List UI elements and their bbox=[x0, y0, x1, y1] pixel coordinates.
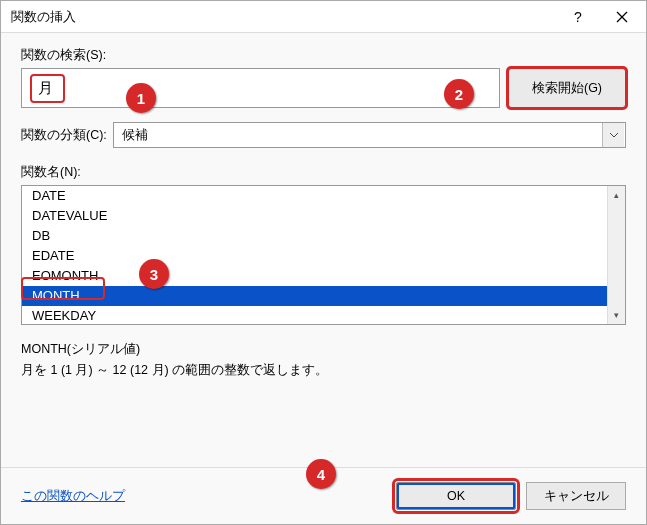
ok-button[interactable]: OK bbox=[396, 482, 516, 510]
list-item[interactable]: DATE bbox=[22, 186, 625, 206]
insert-function-dialog: 関数の挿入 ? 関数の検索(S): 月 検索開始(G) 関数の分類(C): 候補 bbox=[0, 0, 647, 525]
function-description: MONTH(シリアル値) 月を 1 (1 月) ～ 12 (12 月) の範囲の… bbox=[21, 339, 626, 382]
close-icon bbox=[616, 11, 628, 23]
titlebar: 関数の挿入 ? bbox=[1, 1, 646, 33]
list-item[interactable]: DATEVALUE bbox=[22, 206, 625, 226]
list-item[interactable]: EOMONTH bbox=[22, 266, 625, 286]
list-item[interactable]: DB bbox=[22, 226, 625, 246]
chevron-down-icon bbox=[602, 123, 624, 147]
search-start-button[interactable]: 検索開始(G) bbox=[508, 68, 626, 108]
list-item[interactable]: EDATE bbox=[22, 246, 625, 266]
close-button[interactable] bbox=[600, 2, 644, 32]
function-signature: MONTH(シリアル値) bbox=[21, 339, 626, 360]
search-label: 関数の検索(S): bbox=[21, 47, 626, 64]
funclist-label: 関数名(N): bbox=[21, 164, 626, 181]
search-value: 月 bbox=[30, 74, 65, 103]
cancel-button[interactable]: キャンセル bbox=[526, 482, 626, 510]
annotation-badge-1: 1 bbox=[126, 83, 156, 113]
category-value: 候補 bbox=[114, 127, 156, 144]
annotation-badge-2: 2 bbox=[444, 79, 474, 109]
scrollbar[interactable]: ▴ ▾ bbox=[607, 186, 625, 324]
list-item[interactable]: MONTH bbox=[22, 286, 625, 306]
search-input[interactable]: 月 bbox=[21, 68, 500, 108]
scroll-up-icon: ▴ bbox=[608, 186, 625, 204]
category-label: 関数の分類(C): bbox=[21, 127, 107, 144]
annotation-badge-4: 4 bbox=[306, 459, 336, 489]
annotation-badge-3: 3 bbox=[139, 259, 169, 289]
category-select[interactable]: 候補 bbox=[113, 122, 626, 148]
help-button[interactable]: ? bbox=[556, 2, 600, 32]
search-start-label: 検索開始(G) bbox=[532, 81, 602, 95]
scroll-down-icon: ▾ bbox=[608, 306, 625, 324]
dialog-body: 関数の検索(S): 月 検索開始(G) 関数の分類(C): 候補 関数名(N):… bbox=[1, 33, 646, 467]
dialog-title: 関数の挿入 bbox=[11, 8, 556, 26]
function-help-text: 月を 1 (1 月) ～ 12 (12 月) の範囲の整数で返します。 bbox=[21, 360, 626, 381]
help-link[interactable]: この関数のヘルプ bbox=[21, 488, 386, 505]
list-item[interactable]: WEEKDAY bbox=[22, 306, 625, 325]
function-listbox[interactable]: DATEDATEVALUEDBEDATEEOMONTHMONTHWEEKDAY … bbox=[21, 185, 626, 325]
